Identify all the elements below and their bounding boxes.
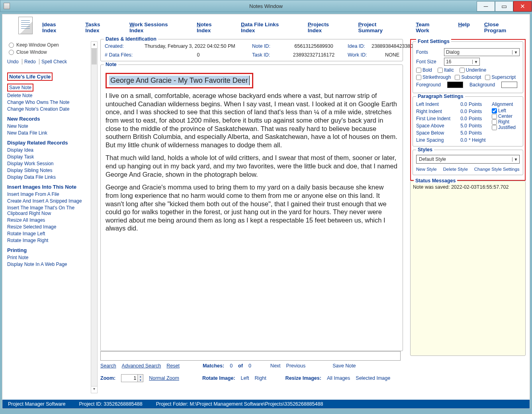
menu-close-program[interactable]: Close Program — [484, 21, 522, 33]
strikethrough-checkbox[interactable]: Strikethrough — [416, 74, 451, 80]
reset-link[interactable]: Reset — [166, 363, 180, 369]
bold-checkbox[interactable]: Bold — [416, 67, 432, 73]
radio-close-window-input[interactable] — [9, 50, 14, 55]
workid-label: Work ID: — [348, 52, 372, 58]
italic-checkbox[interactable]: Italic — [438, 67, 454, 73]
scroll-thumb[interactable] — [92, 49, 97, 64]
sidebar-section-printing: Printing — [7, 247, 91, 253]
status-messages-group: Status Messages Note was saved: 2022-02-… — [410, 181, 526, 356]
zoom-spinner[interactable]: ▴▾ — [121, 374, 143, 382]
display-task-link[interactable]: Display Task — [7, 154, 91, 160]
search-input[interactable] — [100, 351, 401, 361]
menu-notes-index[interactable]: Notes Index — [197, 21, 227, 33]
radio-keep-window-open-input[interactable] — [9, 43, 14, 48]
minimize-button[interactable]: ─ — [477, 1, 495, 12]
ideaid-label: Idea ID: — [348, 43, 372, 49]
display-idea-link[interactable]: Display Idea — [7, 147, 91, 153]
resize-all-link[interactable]: All Images — [327, 375, 350, 381]
maximize-button[interactable]: ▭ — [495, 1, 513, 12]
fonts-combo[interactable]: Dialog▼ — [444, 48, 520, 56]
chevron-down-icon: ▼ — [512, 50, 519, 55]
save-note-link[interactable]: Save Note — [7, 84, 91, 92]
font-size-label: Font Size — [416, 59, 442, 64]
scroll-down-icon[interactable]: ▾ — [91, 386, 97, 393]
menu-help[interactable]: Help — [458, 21, 470, 33]
close-button[interactable]: ✕ — [513, 1, 532, 12]
styles-title: Styles — [416, 147, 434, 152]
note-title[interactable]: George And Gracie - My Two Favorite Deer — [109, 76, 250, 85]
menu-team-work[interactable]: Team Work — [416, 21, 444, 33]
delete-note-link[interactable]: Delete Note — [7, 93, 91, 98]
dates-identification-title: Dates & Identification — [104, 36, 158, 42]
sidebar-section-insert-images: Insert Images Into This Note — [7, 184, 91, 190]
spin-down-icon[interactable]: ▾ — [137, 378, 143, 382]
new-style-link[interactable]: New Style — [416, 167, 437, 172]
display-sibling-notes-link[interactable]: Display Sibling Notes — [7, 168, 91, 173]
background-swatch[interactable] — [501, 82, 517, 88]
sidebar-scrollbar[interactable]: ▴ ▾ — [91, 41, 98, 393]
foreground-swatch[interactable] — [447, 82, 463, 88]
normal-zoom-link[interactable]: Normal Zoom — [149, 375, 179, 381]
align-right-checkbox[interactable]: Right — [492, 119, 520, 125]
footer-project-id: Project ID: 33526268885488 — [79, 401, 143, 407]
noteid-label: Note ID: — [252, 43, 280, 49]
align-center-checkbox[interactable]: Center — [492, 113, 520, 119]
menu-tasks-index[interactable]: Tasks Index — [85, 21, 115, 33]
rotate-image-right[interactable]: Rotate Image Right — [7, 238, 91, 243]
app-icon — [4, 3, 10, 9]
superscript-checkbox[interactable]: Superscript — [485, 74, 516, 80]
note-title-highlight: George And Gracie - My Two Favorite Deer — [106, 73, 253, 88]
save-note-bottom-link[interactable]: Save Note — [332, 363, 356, 369]
radio-keep-window-open[interactable]: Keep Window Open — [9, 42, 91, 48]
scroll-up-icon[interactable]: ▴ — [91, 42, 97, 49]
menu-work-sessions-index[interactable]: Work Sessions Index — [129, 21, 182, 33]
rotate-left-link[interactable]: Left — [241, 375, 249, 381]
rotate-image-left[interactable]: Rotate Image Left — [7, 231, 91, 236]
menu-data-file-links-index[interactable]: Data File Links Index — [241, 21, 293, 33]
advanced-search-link[interactable]: Advanced Search — [122, 363, 161, 369]
spin-up-icon[interactable]: ▴ — [137, 375, 143, 378]
print-note[interactable]: Print Note — [7, 255, 91, 260]
change-style-settings-link[interactable]: Change Style Settings — [474, 167, 520, 172]
search-link[interactable]: Search — [100, 363, 116, 369]
change-creation-date-link[interactable]: Change Note's Creation Date — [7, 106, 91, 112]
delete-style-link[interactable]: Delete Style — [443, 167, 468, 172]
titlebar: Notes Window ─ ▭ ✕ — [0, 0, 532, 12]
resize-selected-image[interactable]: Resize Selected Image — [7, 224, 91, 230]
ndf-value: 0 — [145, 52, 252, 58]
resize-selected-link[interactable]: Selected Image — [356, 375, 390, 381]
display-data-file-links-link[interactable]: Display Data File Links — [7, 174, 91, 180]
underline-checkbox[interactable]: Underline — [460, 67, 486, 73]
display-in-web-page[interactable]: Display Note In A Web Page — [7, 262, 91, 267]
styles-combo[interactable]: Default Style▼ — [416, 155, 520, 164]
rotate-right-link[interactable]: Right — [254, 375, 266, 381]
main-column: Dates & Identification Created: Thursday… — [100, 39, 403, 382]
font-settings-title: Font Settings — [416, 39, 451, 44]
align-left-checkbox[interactable]: Left — [492, 108, 520, 113]
new-note-link[interactable]: New Note — [7, 123, 91, 129]
menu-project-summary[interactable]: Project Summary — [358, 21, 401, 33]
undo-link[interactable]: Undo — [7, 59, 21, 64]
next-link[interactable]: Next — [270, 363, 281, 369]
note-body[interactable]: I live on a small, comfortable, acerage … — [106, 92, 398, 232]
redo-link[interactable]: Redo — [22, 59, 38, 64]
insert-image-from-file[interactable]: Insert Image From A File — [7, 191, 91, 197]
font-size-combo[interactable]: 16▼ — [444, 58, 480, 66]
note-para-1: I live on a small, comfortable, acerage … — [106, 92, 398, 149]
menu-ideas-index[interactable]: Ideas Index — [42, 21, 71, 33]
note-para-3: George and Gracie's momma used to bring … — [106, 183, 398, 232]
menu-projects-index[interactable]: Projects Index — [308, 21, 344, 33]
radio-close-window[interactable]: Close Window — [9, 49, 91, 55]
insert-clipboard-image[interactable]: Insert The Image That's On The Clipboard… — [7, 205, 91, 216]
spell-check-link[interactable]: Spell Check — [39, 59, 69, 64]
display-work-session-link[interactable]: Display Work Session — [7, 161, 91, 166]
zoom-value[interactable] — [121, 375, 137, 381]
subscript-checkbox[interactable]: Subscript — [455, 74, 481, 80]
taskid-value: 238932327116172 — [280, 52, 348, 58]
resize-all-images[interactable]: Resize All Images — [7, 217, 91, 223]
change-owner-link[interactable]: Change Who Owns The Note — [7, 100, 91, 105]
insert-snipped-image[interactable]: Create And Insert A Snipped Image — [7, 198, 91, 204]
previous-link[interactable]: Previous — [286, 363, 306, 369]
new-data-file-link[interactable]: New Data File Link — [7, 130, 91, 136]
align-justified-checkbox[interactable]: Justified — [492, 125, 520, 130]
